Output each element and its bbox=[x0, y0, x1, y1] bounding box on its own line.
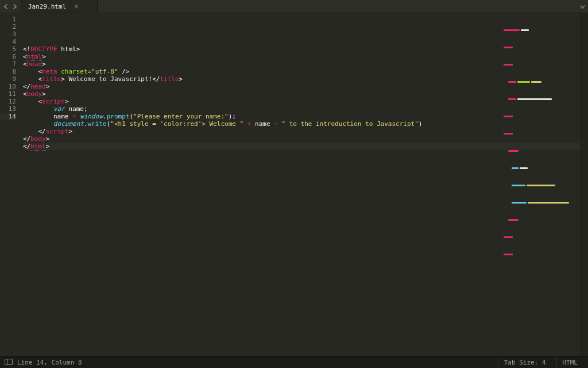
svg-rect-0 bbox=[5, 359, 13, 364]
code-line[interactable]: </html> bbox=[23, 143, 581, 150]
code-line[interactable]: name = window.prompt("Please enter your … bbox=[23, 113, 581, 120]
nav-buttons bbox=[0, 0, 21, 13]
code-line[interactable]: <script> bbox=[23, 98, 581, 105]
line-number: 8 bbox=[0, 68, 16, 75]
status-tab-size[interactable]: Tab Size: 4 bbox=[498, 356, 552, 368]
line-number: 7 bbox=[0, 60, 16, 68]
tab-file[interactable]: Jan29.html bbox=[21, 0, 98, 13]
code-line[interactable]: </body> bbox=[23, 135, 581, 143]
tab-menu-icon[interactable] bbox=[577, 0, 588, 13]
code-line[interactable]: <html> bbox=[23, 53, 581, 60]
code-area[interactable]: <!DOCTYPE html><html><head> <meta charse… bbox=[20, 13, 581, 356]
minimap[interactable] bbox=[504, 14, 572, 49]
panel-switch-icon[interactable] bbox=[5, 359, 13, 366]
line-number: 14 bbox=[0, 113, 16, 120]
tab-filename: Jan29.html bbox=[28, 3, 66, 10]
status-syntax[interactable]: HTML bbox=[556, 356, 584, 368]
vertical-scrollbar[interactable] bbox=[581, 13, 588, 356]
status-line-col[interactable]: Line 14, Column 8 bbox=[17, 356, 88, 368]
tab-bar-space bbox=[98, 0, 577, 13]
code-line[interactable]: <body> bbox=[23, 90, 581, 98]
code-line[interactable]: <title> Welcome to Javascript!</title> bbox=[23, 75, 581, 83]
code-line[interactable]: <!DOCTYPE html> bbox=[23, 45, 581, 53]
line-number: 4 bbox=[0, 38, 16, 45]
editor-area: 1234567891011121314 <!DOCTYPE html><html… bbox=[0, 13, 588, 356]
line-number: 12 bbox=[0, 98, 16, 105]
app-window: Jan29.html 1234567891011121314 bbox=[0, 0, 588, 368]
line-gutter: 1234567891011121314 bbox=[0, 13, 20, 356]
line-number: 9 bbox=[0, 75, 16, 83]
line-number: 6 bbox=[0, 53, 16, 60]
status-bar: Line 14, Column 8 Tab Size: 4 HTML bbox=[0, 356, 588, 368]
tab-bar: Jan29.html bbox=[0, 0, 588, 13]
nav-forward-icon[interactable] bbox=[12, 4, 17, 9]
code-line[interactable]: </script> bbox=[23, 128, 581, 135]
code-line[interactable]: var name; bbox=[23, 105, 581, 113]
code-line[interactable]: <head> bbox=[23, 60, 581, 68]
line-number: 10 bbox=[0, 83, 16, 90]
close-icon[interactable] bbox=[74, 3, 79, 10]
line-number: 13 bbox=[0, 105, 16, 113]
line-number: 5 bbox=[0, 45, 16, 53]
line-number: 1 bbox=[0, 16, 16, 23]
nav-back-icon[interactable] bbox=[3, 4, 9, 9]
code-line[interactable]: <meta charset="utf-8" /> bbox=[23, 68, 581, 75]
line-number: 2 bbox=[0, 23, 16, 30]
line-number: 3 bbox=[0, 30, 16, 38]
line-number: 11 bbox=[0, 90, 16, 98]
code-line[interactable]: document.write("<h1 style = 'color:red'>… bbox=[23, 120, 581, 128]
code-line[interactable]: </head> bbox=[23, 83, 581, 90]
